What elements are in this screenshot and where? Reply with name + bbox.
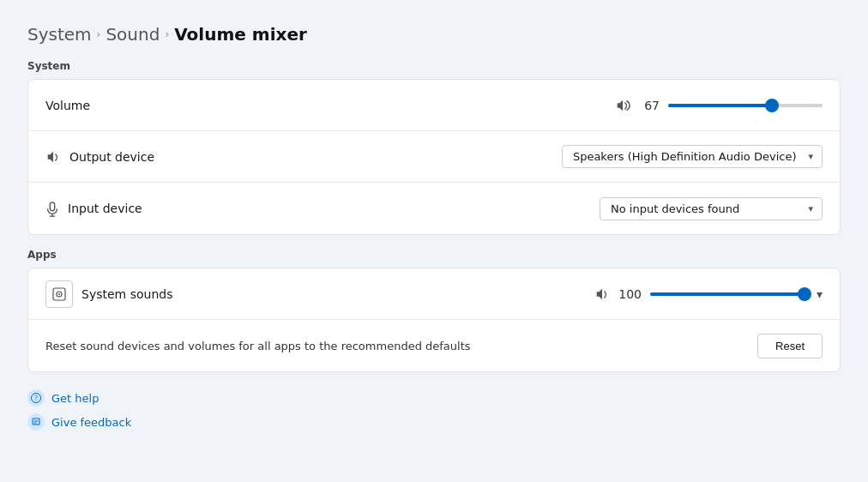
system-sounds-value: 100 <box>618 287 642 301</box>
get-help-link[interactable]: ? Get help <box>27 389 841 407</box>
output-device-label: Output device <box>69 150 154 164</box>
get-help-icon: ? <box>27 389 45 407</box>
system-sounds-label: System sounds <box>81 287 172 301</box>
system-sounds-fill <box>650 292 805 296</box>
give-feedback-link[interactable]: Give feedback <box>27 413 841 431</box>
volume-row: Volume 67 <box>28 80 840 131</box>
volume-track <box>668 104 823 107</box>
breadcrumb-sound[interactable]: Sound <box>105 24 160 45</box>
reset-description: Reset sound devices and volumes for all … <box>45 340 757 352</box>
output-device-value: Speakers (High Definition Audio Device) <box>573 150 797 163</box>
input-device-chevron: ▾ <box>808 203 813 214</box>
breadcrumb-sep-1: › <box>97 28 101 40</box>
volume-icon <box>615 98 630 113</box>
volume-label: Volume <box>45 99 90 112</box>
system-sounds-track <box>650 292 805 296</box>
input-device-row: Input device No input devices found ▾ <box>28 183 840 234</box>
system-sounds-row: System sounds 100 ▾ <box>28 268 840 320</box>
mic-icon <box>45 200 59 217</box>
input-device-value: No input devices found <box>611 202 739 215</box>
give-feedback-label: Give feedback <box>51 416 131 429</box>
output-device-dropdown[interactable]: Speakers (High Definition Audio Device) … <box>562 145 823 168</box>
volume-slider[interactable] <box>668 97 823 114</box>
breadcrumb-sep-2: › <box>165 28 169 40</box>
svg-rect-0 <box>50 202 54 211</box>
system-card-group: Volume 67 <box>27 79 841 235</box>
volume-value: 67 <box>639 99 660 112</box>
system-sounds-slider[interactable] <box>650 286 805 303</box>
volume-fill <box>668 104 772 107</box>
system-sounds-vol-icon <box>594 286 610 302</box>
system-sounds-thumb[interactable] <box>798 287 811 301</box>
output-device-row: Output device Speakers (High Definition … <box>28 131 840 183</box>
svg-text:?: ? <box>34 395 38 402</box>
svg-point-5 <box>58 293 60 295</box>
reset-button[interactable]: Reset <box>757 334 823 358</box>
input-device-label: Input device <box>68 202 142 215</box>
breadcrumb: System › Sound › Volume mixer <box>27 24 841 45</box>
get-help-label: Get help <box>51 392 99 405</box>
apps-section-label: Apps <box>27 249 841 261</box>
page-title: Volume mixer <box>174 24 307 45</box>
give-feedback-icon <box>27 413 45 431</box>
apps-card-group: System sounds 100 ▾ Reset sound devices … <box>27 268 841 372</box>
output-device-icon <box>45 149 61 165</box>
footer-links: ? Get help Give feedback <box>27 389 841 431</box>
system-section-label: System <box>27 60 841 72</box>
breadcrumb-system[interactable]: System <box>27 24 92 45</box>
input-device-dropdown[interactable]: No input devices found ▾ <box>600 197 823 220</box>
output-device-chevron: ▾ <box>808 151 813 162</box>
system-sounds-expand[interactable]: ▾ <box>817 287 823 301</box>
volume-thumb[interactable] <box>765 99 779 112</box>
system-sounds-icon <box>45 280 73 308</box>
reset-row: Reset sound devices and volumes for all … <box>28 320 840 371</box>
